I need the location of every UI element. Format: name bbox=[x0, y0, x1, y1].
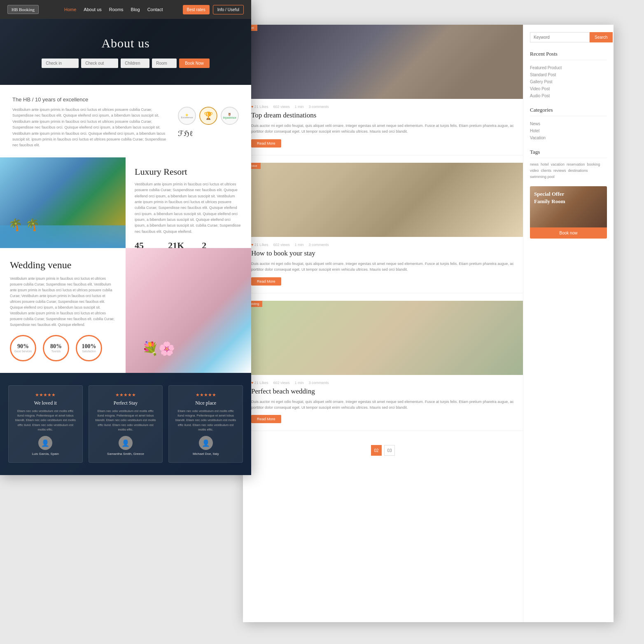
blog-post-0: Hotel 21 Likes 602 views 1 min 3 comment… bbox=[243, 25, 523, 155]
wedding-info: Wedding venue Vestibulum ante ipsum prim… bbox=[0, 248, 126, 373]
recent-post-2[interactable]: Gallery Post bbox=[530, 78, 607, 85]
recent-post-4[interactable]: Audio Post bbox=[530, 92, 607, 99]
tag-booking[interactable]: booking bbox=[587, 162, 600, 166]
post-meta-2: 21 Likes 602 views 1 min 3 comments bbox=[251, 381, 515, 385]
nav-contact[interactable]: Contact bbox=[147, 7, 163, 12]
booking-bar: Book Now bbox=[42, 59, 210, 68]
recent-post-0[interactable]: Featured Product bbox=[530, 64, 607, 71]
tag-hotel[interactable]: hotel bbox=[541, 162, 549, 166]
navigation: HB Booking Home About us Rooms Blog Cont… bbox=[0, 0, 251, 19]
category-vacation[interactable]: Vacation bbox=[530, 134, 607, 141]
circle-tourists: 80% Tourists bbox=[43, 335, 69, 361]
recent-post-3[interactable]: Video Post bbox=[530, 85, 607, 92]
left-website-panel: HB Booking Home About us Rooms Blog Cont… bbox=[0, 0, 251, 475]
recent-post-1[interactable]: Standard Post bbox=[530, 71, 607, 78]
tag-destinations[interactable]: destinations bbox=[568, 169, 588, 173]
special-offer: Special Offer Family Room Book now bbox=[530, 186, 607, 239]
post-likes-2: 21 Likes bbox=[251, 381, 268, 385]
circle-services: 90% Good Services bbox=[10, 335, 36, 361]
info-button[interactable]: Info / Useful bbox=[213, 5, 244, 14]
wedding-title: Wedding venue bbox=[10, 260, 116, 271]
blog-main: Hotel 21 Likes 602 views 1 min 3 comment… bbox=[243, 25, 523, 622]
tag-reservation[interactable]: reservation bbox=[567, 162, 585, 166]
resort-image bbox=[0, 157, 126, 248]
badge-excellence: ⭐Excellence bbox=[178, 107, 196, 125]
badges-row: ⭐Excellence 🏆 🦉tripadvisor bbox=[178, 107, 239, 125]
badge-tripadvisor: 🦉tripadvisor bbox=[221, 107, 239, 125]
wedding-body: Vestibulum ante ipsum primis in faucibus… bbox=[10, 276, 116, 328]
testi-stars-0: ★★★★★ bbox=[14, 392, 77, 398]
nav-about[interactable]: About us bbox=[84, 7, 101, 12]
post-title-1: How to book your stay bbox=[251, 249, 515, 258]
blog-sidebar: Search Recent Posts Featured Product Sta… bbox=[523, 25, 614, 622]
rooms-input[interactable] bbox=[152, 59, 177, 68]
post-meta-1: 21 Likes 602 views 1 min 3 comments bbox=[251, 243, 515, 247]
categories-heading: Categories bbox=[530, 107, 607, 116]
about-body: Vestibulum ante ipsum primis in faucibus… bbox=[12, 107, 239, 148]
tag-swimming-pool[interactable]: swimming pool bbox=[530, 175, 555, 179]
category-news[interactable]: News bbox=[530, 120, 607, 127]
post-likes-0: 21 Likes bbox=[251, 105, 268, 109]
read-more-button-1[interactable]: Read More bbox=[251, 277, 281, 286]
nav-blog[interactable]: Blog bbox=[131, 7, 140, 12]
search-button[interactable]: Search bbox=[590, 32, 613, 42]
checkout-input[interactable] bbox=[81, 59, 118, 68]
nav-home[interactable]: Home bbox=[64, 7, 76, 12]
post-likes-1: 21 Likes bbox=[251, 243, 268, 247]
offer-heading: Special Offer bbox=[534, 190, 565, 198]
testi-stars-2: ★★★★★ bbox=[175, 392, 237, 398]
about-section: The HB / 10 years of excellence Vestibul… bbox=[0, 85, 251, 157]
category-hotel[interactable]: Hotel bbox=[530, 127, 607, 134]
post-comments-0: 3 comments bbox=[308, 105, 329, 109]
nav-rooms[interactable]: Rooms bbox=[109, 7, 124, 12]
read-more-button-2[interactable]: Read More bbox=[251, 415, 281, 423]
tags-cloud: news hotel vacation reservation booking … bbox=[530, 162, 607, 179]
testi-title-0: We loved it bbox=[14, 400, 77, 406]
testi-text-1: Etiam nec odio vestibulum est mollis eff… bbox=[95, 409, 157, 432]
hero-title: About us bbox=[101, 36, 149, 50]
offer-book-button[interactable]: Book now bbox=[530, 227, 607, 239]
tag-reviews[interactable]: reviews bbox=[553, 169, 566, 173]
post-comments-2: 3 comments bbox=[308, 381, 329, 385]
tag-vacation[interactable]: vacation bbox=[551, 162, 565, 166]
read-more-button-0[interactable]: Read More bbox=[251, 139, 281, 148]
pagination: 02 03 bbox=[243, 438, 523, 464]
testi-avatar-0: 👤 bbox=[38, 436, 52, 450]
post-time-0: 1 min bbox=[294, 105, 303, 109]
post-content-1: 21 Likes 602 views 1 min 3 comments How … bbox=[243, 237, 523, 286]
about-header: The HB / 10 years of excellence bbox=[12, 96, 239, 103]
circle-services-pct: 90% bbox=[17, 343, 29, 350]
post-comments-1: 3 comments bbox=[308, 243, 329, 247]
categories-section: Categories News Hotel Vacation bbox=[530, 107, 607, 141]
circle-services-label: Good Services bbox=[14, 350, 32, 353]
post-excerpt-1: Duis auctor mi eget odio feugiat, quis a… bbox=[251, 261, 515, 273]
about-text: Vestibulum ante ipsum primis in faucibus… bbox=[12, 107, 170, 148]
post-excerpt-0: Duis auctor mi eget odio feugiat, quis a… bbox=[251, 123, 515, 135]
testi-name-0: Luis Garcia, Spain bbox=[14, 452, 77, 456]
resort-title: Luxury Resort bbox=[135, 166, 242, 177]
page-02[interactable]: 02 bbox=[371, 445, 382, 456]
tag-news[interactable]: news bbox=[530, 162, 539, 166]
book-now-button[interactable]: Book Now bbox=[179, 59, 210, 68]
post-image-1: Service bbox=[243, 163, 523, 237]
testi-stars-1: ★★★★★ bbox=[95, 392, 157, 398]
right-blog-panel: Hotel 21 Likes 602 views 1 min 3 comment… bbox=[243, 25, 614, 622]
tag-clients[interactable]: clients bbox=[541, 169, 552, 173]
tag-video[interactable]: video bbox=[530, 169, 539, 173]
post-excerpt-2: Duis auctor mi eget odio feugiat, quis a… bbox=[251, 399, 515, 411]
best-rates-button[interactable]: Best rates bbox=[183, 5, 210, 14]
tags-heading: Tags bbox=[530, 149, 607, 158]
resort-section: Luxury Resort Vestibulum ante ipsum prim… bbox=[0, 157, 251, 248]
circles-row: 90% Good Services 80% Tourists 100% Sati… bbox=[10, 335, 116, 361]
post-title-2: Perfect beach wedding bbox=[251, 387, 515, 396]
testi-text-2: Etiam nec odio vestibulum est mollis eff… bbox=[175, 409, 237, 432]
testi-avatar-1: 👤 bbox=[119, 436, 133, 450]
children-input[interactable] bbox=[121, 59, 149, 68]
resort-info: Luxury Resort Vestibulum ante ipsum prim… bbox=[126, 157, 251, 248]
post-meta-0: 21 Likes 602 views 1 min 3 comments bbox=[251, 105, 515, 109]
site-logo[interactable]: HB Booking bbox=[7, 5, 39, 14]
page-03[interactable]: 03 bbox=[384, 445, 395, 456]
testi-title-2: Nice place bbox=[175, 400, 237, 406]
checkin-input[interactable] bbox=[42, 59, 79, 68]
search-input[interactable] bbox=[530, 32, 590, 42]
